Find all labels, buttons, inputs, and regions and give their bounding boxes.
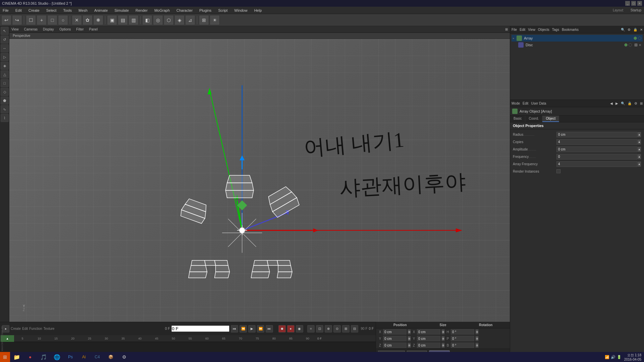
play-fwd-btn[interactable]: ⏭: [266, 325, 273, 333]
pos-x-input[interactable]: [383, 329, 407, 335]
attr-mode[interactable]: Mode: [512, 102, 520, 105]
sidebar-null[interactable]: □: [1, 79, 9, 87]
om-edit[interactable]: Edit: [520, 28, 525, 32]
sidebar-spline[interactable]: ∿: [1, 105, 9, 113]
rot-b-input[interactable]: [451, 343, 474, 348]
new-btn[interactable]: ☐: [26, 15, 36, 25]
render-btn[interactable]: ○: [58, 15, 68, 25]
menu-simulate[interactable]: Simulate: [113, 8, 130, 13]
sidebar-move[interactable]: ↖: [1, 27, 9, 35]
cone-btn[interactable]: ⬡: [164, 15, 174, 25]
record2-btn[interactable]: ●: [287, 325, 294, 333]
start-button[interactable]: ⊞: [0, 352, 10, 362]
menu-create[interactable]: Create: [27, 8, 41, 13]
om-bookmarks[interactable]: Bookmarks: [562, 28, 579, 32]
om-search-icon[interactable]: 🔍: [621, 28, 625, 32]
cam-btn[interactable]: ⊞: [199, 15, 209, 25]
om-plus-icon[interactable]: ✕: [640, 28, 643, 32]
om-expand-array[interactable]: ▸: [513, 37, 515, 40]
select3-btn[interactable]: ❋: [93, 15, 103, 25]
array-frequency-spin[interactable]: ▲: [637, 161, 641, 167]
viewport-menu-options[interactable]: Options: [59, 27, 71, 31]
close-btn[interactable]: ×: [637, 1, 642, 6]
record-btn[interactable]: ⏺: [278, 325, 286, 333]
menu-render[interactable]: Render: [134, 8, 149, 13]
play-btn[interactable]: ▶: [248, 325, 256, 333]
om-view[interactable]: View: [528, 28, 535, 32]
menu-character[interactable]: Character: [175, 8, 194, 13]
select2-btn[interactable]: ✿: [83, 15, 93, 25]
om-file[interactable]: File: [512, 28, 517, 32]
om-row-disc[interactable]: Disc ⊞ ✕: [512, 42, 643, 48]
taskbar-app7[interactable]: ⚙: [117, 352, 131, 362]
viewport-canvas[interactable]: 어내 내기1 샤관재이후야 Y Z Y Z: [9, 39, 510, 322]
save-btn[interactable]: □: [47, 15, 57, 25]
viewport-menu-cameras[interactable]: Cameras: [24, 27, 38, 31]
array-visible-dot[interactable]: [634, 37, 637, 40]
taskbar-app2[interactable]: 🎵: [37, 352, 50, 362]
redo-btn[interactable]: ↪: [12, 15, 22, 25]
menu-mesh[interactable]: Mesh: [77, 8, 89, 13]
rot-p-spin[interactable]: ⊞: [475, 336, 479, 341]
viewport-menu-panel[interactable]: Panel: [89, 27, 98, 31]
frame-input[interactable]: [171, 325, 229, 332]
render-instances-checkbox[interactable]: [556, 169, 560, 173]
attr-userdata[interactable]: User Data: [531, 102, 546, 105]
taskbar-app6[interactable]: 📦: [104, 352, 117, 362]
attr-arrow-right[interactable]: ▶: [615, 102, 618, 105]
viewport-menu-view[interactable]: View: [11, 27, 19, 31]
menu-script[interactable]: Script: [217, 8, 229, 13]
om-tags[interactable]: Tags: [552, 28, 559, 32]
sidebar-curve[interactable]: ⌇: [1, 114, 9, 122]
open-btn[interactable]: +: [37, 15, 47, 25]
key2-btn[interactable]: ⊡: [316, 325, 323, 333]
size-z-spin[interactable]: ⊞: [441, 343, 445, 348]
om-settings-icon[interactable]: ⚙: [628, 28, 631, 32]
sidebar-live[interactable]: ◈: [1, 62, 9, 70]
tab-object[interactable]: Object: [542, 116, 559, 122]
key3-btn[interactable]: ⊕: [325, 325, 332, 333]
viewport-expand-icon[interactable]: ⊞: [505, 27, 508, 31]
anim3-btn[interactable]: ▥: [128, 15, 139, 25]
taskbar-explorer[interactable]: 📁: [10, 352, 23, 362]
play-back-btn[interactable]: ⏮: [231, 325, 238, 333]
amplitude-spin[interactable]: ▲: [637, 146, 641, 152]
menu-tools[interactable]: Tools: [62, 8, 73, 13]
sidebar-paint[interactable]: ⬟: [1, 97, 9, 105]
amplitude-value[interactable]: 0 cm: [556, 146, 637, 152]
taskbar-browser[interactable]: 🌐: [50, 352, 64, 362]
taskbar-c4d[interactable]: C4: [91, 352, 104, 362]
sidebar-brush[interactable]: △: [1, 70, 9, 78]
rot-b-spin[interactable]: ⊞: [475, 343, 479, 348]
copies-spin[interactable]: ▲: [637, 139, 641, 145]
maximize-btn[interactable]: □: [631, 1, 636, 6]
sidebar-obj[interactable]: ◇: [1, 88, 9, 96]
sidebar-select[interactable]: ▷: [1, 53, 9, 61]
array-render-dot[interactable]: [638, 37, 641, 40]
rot-h-spin[interactable]: ⊞: [475, 329, 479, 335]
sphere-btn[interactable]: ◎: [153, 15, 163, 25]
viewport-menu-display[interactable]: Display: [43, 27, 54, 31]
disc-tag-icon[interactable]: ⊞: [634, 43, 638, 47]
size-y-spin[interactable]: ⊞: [441, 336, 445, 341]
tab-basic[interactable]: Basic: [510, 116, 525, 122]
viewport-menu-filter[interactable]: Filter: [76, 27, 84, 31]
menu-help[interactable]: Help: [253, 8, 263, 13]
pos-z-spin[interactable]: ⊞: [408, 343, 411, 348]
attr-settings-icon[interactable]: ⚙: [634, 102, 637, 105]
radius-spin[interactable]: ▲: [637, 132, 641, 137]
size-x-spin[interactable]: ⊞: [441, 329, 445, 335]
pos-z-input[interactable]: [383, 343, 407, 348]
size-y-input[interactable]: [417, 336, 440, 341]
rot-p-input[interactable]: [451, 336, 474, 341]
menu-mograph[interactable]: MoGraph: [153, 8, 171, 13]
array-frequency-value[interactable]: 4: [556, 161, 637, 167]
rot-h-input[interactable]: [451, 329, 474, 335]
sidebar-scale[interactable]: ↔: [1, 44, 9, 52]
pos-x-spin[interactable]: ⊞: [408, 329, 411, 335]
pos-y-spin[interactable]: ⊞: [408, 336, 411, 341]
anim1-btn[interactable]: ▣: [107, 15, 117, 25]
tab-coord[interactable]: Coord.: [525, 116, 542, 122]
extrude-btn[interactable]: ⊿: [185, 15, 195, 25]
taskbar-illustrator[interactable]: Ai: [77, 352, 91, 362]
